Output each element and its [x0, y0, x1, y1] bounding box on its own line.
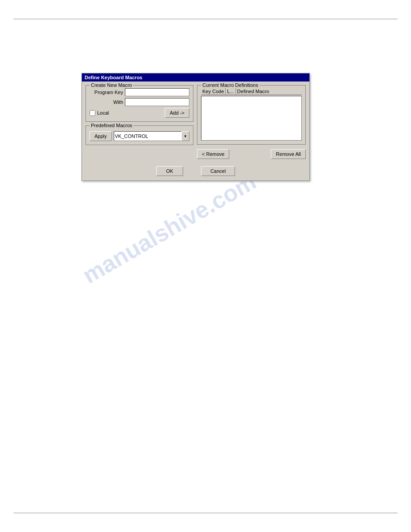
create-macro-legend: Create New Macro	[90, 82, 133, 88]
local-checkbox[interactable]	[90, 110, 95, 116]
macro-table-body	[201, 96, 302, 141]
add-button[interactable]: Add ->	[165, 108, 189, 118]
right-panel: Current Macro Definitions Key Code L... …	[197, 85, 306, 159]
col-local: L...	[226, 88, 235, 94]
dialog-window: Define Keyboard Macros Create New Macro …	[81, 73, 310, 181]
current-macro-group: Current Macro Definitions Key Code L... …	[197, 85, 306, 145]
predefined-macros-group: Predefined Macros Apply VK_CONTROL VK_SH…	[86, 125, 193, 145]
col-key-code: Key Code	[201, 88, 226, 94]
predefined-row: Apply VK_CONTROL VK_SHIFT VK_ALT VK_F1 V…	[90, 131, 189, 141]
apply-button[interactable]: Apply	[90, 131, 112, 141]
dialog-title: Define Keyboard Macros	[85, 75, 142, 80]
with-row: With	[90, 98, 189, 106]
left-panel: Create New Macro Program Key With Local …	[86, 85, 193, 159]
col-defined-macro: Defined Macro	[236, 88, 302, 94]
bottom-rule	[13, 513, 398, 513]
predefined-macros-legend: Predefined Macros	[90, 123, 133, 128]
cancel-button[interactable]: Cancel	[201, 166, 235, 176]
program-key-input[interactable]	[125, 88, 189, 96]
dialog-bottom: OK Cancel	[82, 163, 309, 180]
watermark: manualshive.com	[78, 168, 261, 289]
predefined-dropdown-container: VK_CONTROL VK_SHIFT VK_ALT VK_F1 VK_F2 ▼	[114, 131, 189, 141]
with-label: With	[90, 99, 123, 105]
macro-table-header: Key Code L... Defined Macro	[201, 88, 302, 95]
program-key-row: Program Key	[90, 88, 189, 96]
remove-all-button[interactable]: Remove All	[271, 149, 306, 159]
program-key-label: Program Key	[90, 90, 123, 95]
local-label: Local	[97, 110, 109, 116]
local-row: Local Add ->	[90, 108, 189, 118]
create-macro-group: Create New Macro Program Key With Local …	[86, 85, 193, 122]
ok-button[interactable]: OK	[156, 166, 183, 176]
macro-buttons-row: < Remove Remove All	[197, 149, 306, 159]
dialog-titlebar: Define Keyboard Macros	[82, 73, 309, 82]
with-input[interactable]	[125, 98, 189, 106]
top-rule	[13, 19, 398, 19]
dialog-body: Create New Macro Program Key With Local …	[82, 82, 309, 163]
predefined-dropdown[interactable]: VK_CONTROL VK_SHIFT VK_ALT VK_F1 VK_F2	[114, 131, 189, 141]
remove-button[interactable]: < Remove	[197, 149, 229, 159]
current-macro-legend: Current Macro Definitions	[201, 82, 260, 88]
